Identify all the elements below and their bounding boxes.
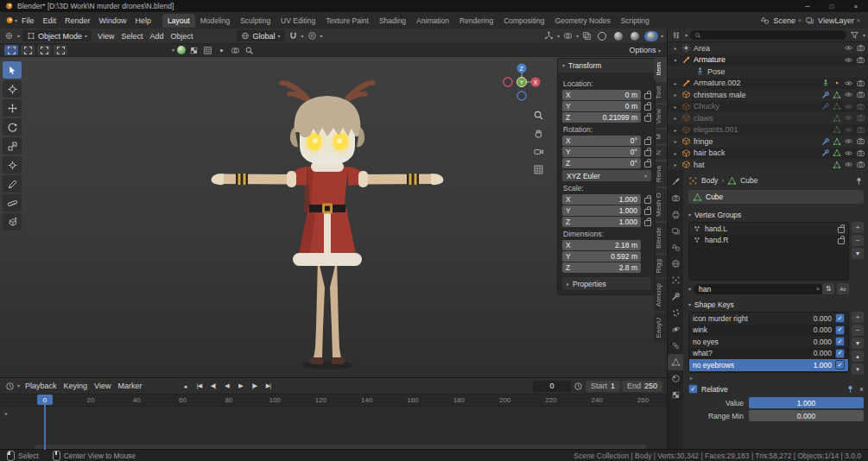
transform-tool-icon[interactable] <box>3 156 22 174</box>
datablock-name-field[interactable]: Cube <box>688 190 864 204</box>
pin-icon[interactable] <box>854 176 864 186</box>
expand-icon[interactable]: ▸ <box>672 138 679 144</box>
clear-search-icon[interactable]: × <box>816 286 820 292</box>
hide-eye-icon[interactable] <box>844 136 853 146</box>
blender-menu-icon[interactable] <box>3 15 15 26</box>
search-icon[interactable] <box>244 45 255 56</box>
pan-hand-icon[interactable] <box>533 128 544 139</box>
expand-icon[interactable]: ▸ <box>672 80 679 86</box>
tab-render[interactable] <box>668 190 683 206</box>
expand-icon[interactable]: ▸ <box>672 150 679 156</box>
current-frame-field[interactable]: 0 <box>533 381 571 392</box>
sidebar-tab[interactable]: N <box>654 146 667 160</box>
tab-scene[interactable] <box>668 239 683 256</box>
timeline-editor-icon[interactable] <box>4 381 16 392</box>
number-field[interactable]: X2.18 m <box>562 240 641 250</box>
viewport-menu-item[interactable]: Object <box>167 32 196 41</box>
xray-toggle-icon[interactable] <box>581 30 592 41</box>
tab-object-data[interactable] <box>668 354 683 370</box>
shape-key-row[interactable]: no eyes 0.000 ✓ <box>689 336 848 348</box>
select-mode-intersect-button[interactable] <box>54 45 67 55</box>
options-dropdown[interactable]: Options ▾ <box>629 46 661 54</box>
sidebar-tab[interactable]: Rigg <box>654 255 667 277</box>
remove-button[interactable]: − <box>852 325 864 336</box>
range-min-field[interactable]: 0.000 <box>749 410 864 421</box>
outliner-row[interactable]: ▸ Chucky <box>668 101 868 113</box>
shape-key-row[interactable]: wink 0.000 ✓ <box>689 325 848 337</box>
armature-data-icon[interactable] <box>821 79 830 87</box>
number-field[interactable]: Z0° <box>562 158 641 168</box>
camera-view-icon[interactable] <box>533 146 544 157</box>
playhead-line[interactable] <box>44 405 46 450</box>
select-box-tool-icon[interactable] <box>3 61 22 79</box>
number-field[interactable]: X1.000 <box>562 194 641 205</box>
hide-eye-icon[interactable] <box>844 43 853 53</box>
number-field[interactable]: Z0.21099 m <box>562 112 641 123</box>
proportional-editing-icon[interactable] <box>307 30 318 41</box>
vertex-group-row[interactable]: hand.L <box>689 223 848 235</box>
mute-checkbox[interactable]: ✓ <box>835 313 845 323</box>
filter-funnel-icon[interactable] <box>849 29 860 41</box>
expand-icon[interactable]: ▸ <box>672 115 679 121</box>
sidebar-tab[interactable]: EasyU <box>654 313 667 343</box>
rotate-tool-icon[interactable] <box>3 118 22 136</box>
expand-icon[interactable]: ▸ <box>672 92 679 98</box>
outliner-row[interactable]: ▸ elegants.001 <box>668 124 868 136</box>
display-checker-icon[interactable] <box>188 45 200 56</box>
timeline-menu-item[interactable]: Marker <box>114 382 145 390</box>
expand-icon[interactable]: ▸ <box>672 45 679 51</box>
number-field[interactable]: Y1.000 <box>562 205 641 216</box>
timeline-ruler[interactable]: 020406080100120140160180200220240260 <box>0 395 667 407</box>
lock-icon[interactable] <box>643 148 651 156</box>
render-visibility-icon[interactable] <box>856 113 865 123</box>
mesh-data-icon[interactable] <box>833 137 841 146</box>
render-visibility-icon[interactable] <box>856 136 865 146</box>
menu-item[interactable]: File <box>17 16 39 25</box>
animation-data-icon[interactable] <box>833 79 841 87</box>
vertex-group-row[interactable]: hand.R <box>689 235 848 247</box>
hide-eye-icon[interactable] <box>844 90 853 99</box>
render-visibility-icon[interactable] <box>856 79 865 88</box>
sidebar-tab[interactable]: Tool <box>654 82 667 104</box>
viewport-menu-item[interactable]: Add <box>146 32 167 41</box>
workspace-tab[interactable]: Texture Paint <box>320 14 374 28</box>
hide-eye-icon[interactable] <box>844 113 853 123</box>
remove-button[interactable]: − <box>852 235 864 246</box>
sort-alpha-button[interactable]: Az <box>837 283 849 294</box>
number-field[interactable]: X0 m <box>562 90 641 100</box>
number-field[interactable]: Z1.000 <box>562 217 641 227</box>
timeline-menu-item[interactable]: Keying <box>60 382 92 390</box>
transport-button[interactable]: ◀ <box>219 380 233 392</box>
add-button[interactable]: + <box>852 222 864 233</box>
shape-key-row[interactable]: what? 0.000 ✓ <box>689 348 848 360</box>
lock-icon[interactable] <box>643 102 651 111</box>
hide-eye-icon[interactable] <box>844 125 853 135</box>
transform-panel-header[interactable]: ▾ Transform <box>558 59 655 73</box>
axis-x-neg-ball[interactable] <box>504 78 512 86</box>
workspace-tab[interactable]: Animation <box>411 14 454 28</box>
tab-object[interactable] <box>668 272 683 288</box>
mesh-data-icon[interactable] <box>833 114 841 123</box>
shading-solid-button[interactable] <box>611 31 625 41</box>
timeline-menu-item[interactable]: Playback <box>22 382 60 390</box>
relative-checkbox[interactable]: ✓ <box>688 384 698 394</box>
lock-icon[interactable] <box>643 136 651 145</box>
mesh-data-icon[interactable] <box>833 161 841 169</box>
number-field[interactable]: Y0 m <box>562 101 641 111</box>
annotate-tool-icon[interactable] <box>3 175 22 193</box>
hide-eye-icon[interactable] <box>844 148 853 158</box>
workspace-tab[interactable]: UV Editing <box>276 14 320 28</box>
sidebar-tab[interactable]: Item <box>654 58 667 80</box>
timeline-menu-item[interactable]: View <box>91 382 114 390</box>
outliner-row[interactable]: ▸ Area <box>668 42 868 54</box>
rotation-mode-dropdown[interactable]: XYZ Euler▾ <box>562 170 651 181</box>
mute-checkbox[interactable]: ✓ <box>835 325 845 335</box>
shading-wireframe-button[interactable] <box>595 31 609 41</box>
menu-item[interactable]: Window <box>95 16 131 25</box>
render-visibility-icon[interactable] <box>856 148 865 158</box>
snap-magnet-icon[interactable] <box>288 30 299 41</box>
outliner-row[interactable]: ▸ hat <box>668 159 868 171</box>
move-tool-icon[interactable] <box>3 99 22 117</box>
mode-dropdown[interactable]: Object Mode ▾ <box>22 30 92 41</box>
mesh-data-icon[interactable] <box>833 148 841 157</box>
